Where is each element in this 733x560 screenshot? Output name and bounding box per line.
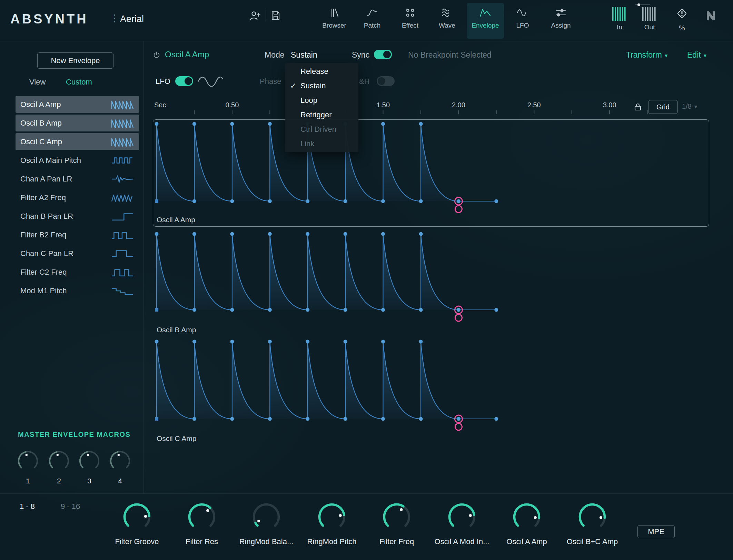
macro-bar: 1 - 8 9 - 16 Filter Groove Filter Res Ri… — [0, 493, 733, 560]
macro-knob-label: 4 — [108, 477, 132, 485]
knob-ringmod-balance[interactable] — [251, 502, 281, 532]
menu-item-ctrl-driven[interactable]: ✓Ctrl Driven — [285, 122, 358, 137]
envelope-list-item[interactable]: Filter A2 Freq — [16, 189, 139, 206]
knob-oscil-bc-amp[interactable] — [577, 502, 607, 532]
knob-ringmod-pitch[interactable] — [317, 502, 347, 532]
patch-icon — [365, 7, 379, 19]
envelope-a-label: Oscil A Amp — [157, 216, 195, 224]
envelope-editor: Oscil A Amp Mode Sustain Sync No Breakpo… — [143, 41, 733, 493]
ni-logo — [704, 10, 719, 22]
top-bar: ABSYNTH ⋮ Aerial Browser Patch Effect Wa… — [0, 0, 733, 41]
waveform-icon — [110, 99, 135, 110]
tab-view[interactable]: View — [29, 78, 46, 87]
browser-icon — [327, 7, 341, 19]
knob-oscil-a-mod[interactable] — [447, 502, 477, 532]
envelope-c-label: Oscil C Amp — [157, 434, 197, 443]
menu-item-release[interactable]: ✓Release — [285, 64, 358, 79]
menu-item-retrigger[interactable]: ✓Retrigger — [285, 108, 358, 122]
envelope-canvas[interactable] — [143, 41, 733, 493]
envelope-list-item[interactable]: Chan C Pan LR — [16, 245, 139, 262]
waveform-icon — [110, 155, 135, 166]
cpu-warning-icon — [675, 7, 689, 20]
output-meter — [642, 7, 657, 21]
macro-knob-1[interactable] — [16, 449, 40, 473]
waveform-icon — [110, 137, 135, 147]
patch-name[interactable]: Aerial — [120, 14, 144, 24]
tab-custom[interactable]: Custom — [66, 78, 92, 87]
envelope-list-item[interactable]: Oscil C Amp — [16, 133, 139, 150]
menu-dots-icon[interactable]: ⋮ — [110, 12, 119, 24]
knob-label: Filter Res — [167, 537, 236, 546]
knob-label: Filter Groove — [102, 537, 171, 546]
menu-item-link[interactable]: ✓Link — [285, 137, 358, 151]
waveform-icon — [110, 230, 135, 240]
waveform-icon — [110, 211, 135, 222]
envelope-list-item[interactable]: Oscil A Main Pitch — [16, 152, 139, 169]
menu-item-loop[interactable]: ✓Loop — [285, 93, 358, 108]
knob-label: Oscil A Amp — [492, 537, 561, 546]
toolbar-divider — [266, 10, 266, 21]
page-tab-9-16[interactable]: 9 - 16 — [61, 502, 80, 511]
app-logo: ABSYNTH — [10, 12, 88, 27]
nav-patch[interactable]: Patch — [354, 3, 391, 39]
nav-envelope[interactable]: Envelope — [467, 3, 504, 39]
knob-filter-groove[interactable] — [122, 502, 152, 532]
macro-knob-2[interactable] — [47, 449, 71, 473]
wave-icon — [440, 7, 454, 19]
knob-label: RingMod Bala... — [232, 537, 301, 546]
envelope-list-item[interactable]: Oscil A Amp — [16, 96, 139, 113]
macro-knob-label: 3 — [77, 477, 101, 485]
envelope-list-item[interactable]: Filter C2 Freq — [16, 264, 139, 281]
nav-lfo[interactable]: LFO — [504, 3, 541, 39]
waveform-icon — [110, 174, 135, 184]
envelope-icon — [478, 7, 492, 19]
mode-dropdown-menu: ✓Release ✓Sustain ✓Loop ✓Retrigger ✓Ctrl… — [285, 63, 358, 152]
input-meter-label: In — [612, 23, 627, 31]
check-icon: ✓ — [290, 79, 296, 93]
lfo-icon — [516, 7, 529, 19]
sidebar: New Envelope View Custom Oscil A Amp Osc… — [0, 41, 144, 493]
output-meter-label: Out — [642, 23, 657, 31]
page-tab-1-8[interactable]: 1 - 8 — [20, 502, 35, 511]
menu-item-sustain[interactable]: ✓Sustain — [285, 79, 358, 93]
envelope-list-item[interactable]: Filter B2 Freq — [16, 226, 139, 243]
save-icon[interactable] — [270, 10, 281, 21]
envelope-list-item[interactable]: Chan A Pan LR — [16, 170, 139, 187]
macro-knob-3[interactable] — [77, 449, 101, 473]
input-meter — [612, 7, 627, 21]
waveform-icon — [110, 118, 135, 128]
effect-icon — [403, 7, 417, 19]
waveform-icon — [110, 248, 135, 259]
knob-filter-freq[interactable] — [382, 502, 412, 532]
new-envelope-button[interactable]: New Envelope — [37, 52, 113, 69]
knob-label: Oscil B+C Amp — [558, 537, 627, 546]
waveform-icon — [110, 193, 135, 203]
macro-knob-4[interactable] — [108, 449, 132, 473]
knob-oscil-a-amp[interactable] — [512, 502, 542, 532]
cpu-percent-label: % — [675, 24, 689, 32]
macros-title: MASTER ENVELOPE MACROS — [18, 431, 130, 439]
nav-effect[interactable]: Effect — [392, 3, 429, 39]
waveform-icon — [110, 267, 135, 277]
nav-wave[interactable]: Wave — [428, 3, 466, 39]
macro-knob-label: 1 — [16, 477, 40, 485]
envelope-list-item[interactable]: Oscil B Amp — [16, 115, 139, 131]
envelope-list-item[interactable]: Chan B Pan LR — [16, 208, 139, 225]
nav-assign[interactable]: Assign — [542, 3, 580, 39]
output-level-slider[interactable] — [635, 3, 651, 7]
assign-icon — [554, 7, 568, 19]
nav-browser[interactable]: Browser — [316, 3, 353, 39]
macro-knob-label: 2 — [47, 477, 71, 485]
knob-label: RingMod Pitch — [297, 537, 366, 546]
knob-label: Oscil A Mod In... — [427, 537, 496, 546]
knob-label: Filter Freq — [362, 537, 431, 546]
knob-filter-res[interactable] — [187, 502, 217, 532]
envelope-list-item[interactable]: Mod M1 Pitch — [16, 282, 139, 299]
envelope-b-label: Oscil B Amp — [157, 326, 196, 334]
mpe-button[interactable]: MPE — [637, 525, 675, 538]
waveform-icon — [110, 286, 135, 296]
user-icon[interactable] — [249, 10, 261, 22]
